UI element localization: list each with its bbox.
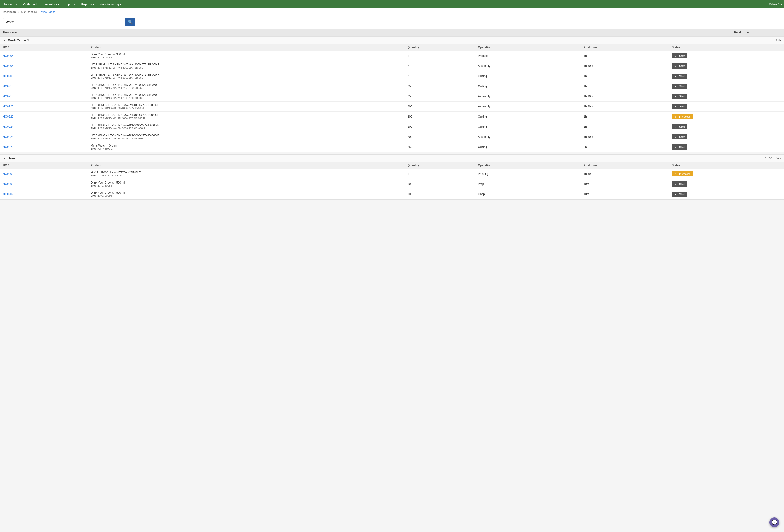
- mo-link[interactable]: MO0220: [3, 105, 13, 108]
- nav-inbound[interactable]: Inbound ▾: [2, 1, 20, 7]
- start-button[interactable]: ⏵ | Start: [672, 74, 688, 79]
- mo-link[interactable]: MO0218: [3, 95, 13, 98]
- col-header-product: Product: [88, 44, 405, 51]
- outbound-arrow-icon: ▾: [37, 3, 39, 6]
- mo-link[interactable]: MO0220: [3, 115, 13, 118]
- status-cell: ⏵ | Start: [669, 179, 784, 189]
- prod-time-cell: 1h: [581, 51, 669, 61]
- breadcrumb-manufacture[interactable]: Manufacture: [21, 10, 37, 14]
- product-cell: LIT-SKBNG - LIT-SKBNG-WA-BN-3000-277-HB-…: [88, 122, 405, 132]
- toggle-arrow-icon-jake: ▼: [3, 157, 6, 160]
- work-center-row-jake[interactable]: ▼ Jake 1h 50m 59s: [0, 155, 784, 162]
- play-icon: ⏵: [674, 193, 677, 196]
- inprocess-button[interactable]: ⏱ | Inprocess: [672, 171, 693, 176]
- product-sku: SKU : LIT-SKBNG-WT-WH-3000-277-SB-060-F: [91, 76, 403, 79]
- quantity-cell: 1: [405, 51, 476, 61]
- table-row: MO0220LIT-SKBNG - LIT-SKBNG-MA-PN-4000-2…: [0, 112, 784, 122]
- product-sku: SKU : LIT-SKBNG-WA-BN-3000-277-HB-060-F: [91, 137, 403, 140]
- status-cell: ⏵ | Start: [669, 81, 784, 91]
- product-name: sku19Jul2020_1 - WHITE/OAK/SINGLE: [91, 171, 403, 174]
- col-header-operation: Operation: [476, 44, 581, 51]
- mo-link[interactable]: MO0206: [3, 75, 13, 78]
- start-button[interactable]: ⏵ | Start: [672, 181, 688, 187]
- nav-manufacturing[interactable]: Manufacturing ▾: [97, 1, 123, 7]
- product-sku: SKU : DYG-500ml: [91, 184, 403, 187]
- mo-link[interactable]: MO0202: [3, 193, 13, 196]
- mo-cell: MO0200: [0, 169, 88, 179]
- play-icon: ⏵: [674, 55, 677, 57]
- mo-link[interactable]: MO0200: [3, 172, 13, 175]
- quantity-cell: 2: [405, 61, 476, 71]
- nav-reports[interactable]: Reports ▾: [79, 1, 96, 7]
- mo-link[interactable]: MO0218: [3, 85, 13, 88]
- breadcrumb-current: View Tasks: [41, 10, 55, 14]
- product-cell: LIT-SKBNG - LIT-SKBNG-MA-WH-2400-120-SB-…: [88, 81, 405, 91]
- product-sku: SKU : GR-43890-1: [91, 147, 403, 150]
- start-button[interactable]: ⏵ | Start: [672, 134, 688, 139]
- quantity-cell: 250: [405, 142, 476, 152]
- mo-link[interactable]: MO0202: [3, 183, 13, 186]
- start-button[interactable]: ⏵ | Start: [672, 192, 688, 197]
- table-main-header: Resource Prod. time: [0, 29, 784, 36]
- mo-cell: MO0218: [0, 81, 88, 91]
- product-name: LIT-SKBNG - LIT-SKBNG-MA-PN-4000-277-SB-…: [91, 104, 403, 107]
- status-cell: ⏵ | Start: [669, 189, 784, 199]
- quantity-cell: 200: [405, 122, 476, 132]
- manufacturing-arrow-icon: ▾: [120, 3, 121, 6]
- mo-link[interactable]: MO0224: [3, 125, 13, 129]
- play-icon: ⏵: [674, 125, 677, 128]
- breadcrumb-dashboard[interactable]: Dashboard: [3, 10, 17, 14]
- prod-time-cell: 1h 59s: [581, 169, 669, 179]
- work-center-section-jake: ▼ Jake 1h 50m 59s MO # Product Quantity …: [0, 154, 784, 200]
- product-name: Drink Your Greens - 350 ml: [91, 53, 403, 56]
- nav-left: Inbound ▾ Outbound ▾ Inventory ▾ Import …: [2, 1, 123, 7]
- product-name: Mens Watch - Green: [91, 144, 403, 147]
- search-button[interactable]: 🔍: [125, 18, 135, 26]
- nav-inventory[interactable]: Inventory ▾: [42, 1, 61, 7]
- start-button[interactable]: ⏵ | Start: [672, 53, 688, 58]
- mo-link[interactable]: MO0276: [3, 145, 13, 149]
- clock-icon: ⏱: [674, 173, 677, 175]
- prod-time-cell: 1h 30m: [581, 102, 669, 112]
- col-header-status: Status: [669, 44, 784, 51]
- product-cell: LIT-SKBNG - LIT-SKBNG-WA-BN-3000-277-HB-…: [88, 132, 405, 142]
- product-cell: sku19Jul2020_1 - WHITE/OAK/SINGLESKU : 1…: [88, 169, 405, 179]
- product-sku: SKU : DYG-500ml: [91, 194, 403, 197]
- product-cell: Drink Your Greens - 500 mlSKU : DYG-500m…: [88, 189, 405, 199]
- prod-time-cell: 1h: [581, 71, 669, 81]
- table-row: MO0205Drink Your Greens - 350 mlSKU : DY…: [0, 51, 784, 61]
- table-row: MO0218LIT-SKBNG - LIT-SKBNG-MA-WH-2400-1…: [0, 91, 784, 102]
- play-icon: ⏵: [674, 105, 677, 108]
- mo-link[interactable]: MO0206: [3, 64, 13, 67]
- quantity-cell: 200: [405, 112, 476, 122]
- col-header-prodtime-jake: Prod. time: [581, 162, 669, 169]
- operation-cell: Cutting: [476, 81, 581, 91]
- mo-cell: MO0218: [0, 91, 88, 102]
- product-cell: LIT-SKBNG - LIT-SKBNG-WT-WH-3000-277-SB-…: [88, 61, 405, 71]
- nav-user[interactable]: Whse 1 ▾: [769, 3, 782, 6]
- inprocess-button[interactable]: ⏱ | Inprocess: [672, 114, 693, 119]
- mo-link[interactable]: MO0224: [3, 135, 13, 139]
- start-button[interactable]: ⏵ | Start: [672, 124, 688, 129]
- mo-link[interactable]: MO0205: [3, 54, 13, 57]
- nav-outbound[interactable]: Outbound ▾: [21, 1, 41, 7]
- work-center-row-wc1[interactable]: ▼ Work Center 1 13h: [0, 36, 784, 44]
- start-button[interactable]: ⏵ | Start: [672, 104, 688, 109]
- start-button[interactable]: ⏵ | Start: [672, 94, 688, 99]
- play-icon: ⏵: [674, 65, 677, 67]
- start-button[interactable]: ⏵ | Start: [672, 84, 688, 89]
- product-cell: LIT-SKBNG - LIT-SKBNG-MA-PN-4000-277-SB-…: [88, 102, 405, 112]
- product-cell: Mens Watch - GreenSKU : GR-43890-1: [88, 142, 405, 152]
- search-input[interactable]: [3, 18, 125, 26]
- start-button[interactable]: ⏵ | Start: [672, 144, 688, 149]
- mo-cell: MO0202: [0, 189, 88, 199]
- mo-cell: MO0206: [0, 61, 88, 71]
- product-name: LIT-SKBNG - LIT-SKBNG-MA-PN-4000-277-SB-…: [91, 114, 403, 117]
- status-cell: ⏱ | Inprocess: [669, 112, 784, 122]
- play-icon: ⏵: [674, 183, 677, 186]
- start-button[interactable]: ⏵ | Start: [672, 63, 688, 68]
- quantity-cell: 10: [405, 189, 476, 199]
- nav-import[interactable]: Import ▾: [62, 1, 78, 7]
- table-row: MO0218LIT-SKBNG - LIT-SKBNG-MA-WH-2400-1…: [0, 81, 784, 91]
- breadcrumb: Dashboard › Manufacture › View Tasks: [0, 8, 784, 16]
